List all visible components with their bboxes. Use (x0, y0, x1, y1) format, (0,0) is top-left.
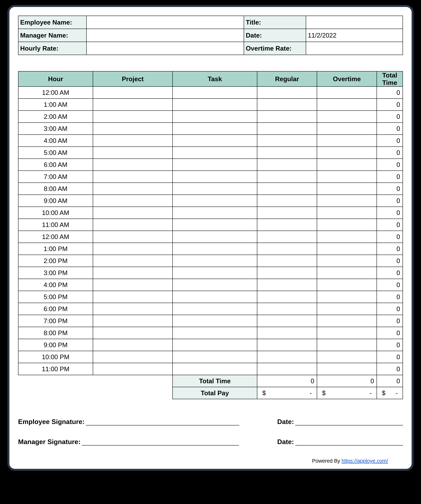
task-cell[interactable] (173, 87, 257, 99)
regular-cell[interactable] (257, 363, 317, 375)
overtime-cell[interactable] (317, 207, 377, 219)
overtime-cell[interactable] (317, 363, 377, 375)
overtime-cell[interactable] (317, 291, 377, 303)
project-cell[interactable] (93, 147, 173, 159)
project-cell[interactable] (93, 219, 173, 231)
task-cell[interactable] (173, 255, 257, 267)
project-cell[interactable] (93, 111, 173, 123)
overtime-cell[interactable] (317, 99, 377, 111)
project-cell[interactable] (93, 363, 173, 375)
footer-link[interactable]: https://apploye.com/ (342, 458, 388, 464)
overtime-cell[interactable] (317, 147, 377, 159)
project-cell[interactable] (93, 123, 173, 135)
overtime-cell[interactable] (317, 135, 377, 147)
task-cell[interactable] (173, 315, 257, 327)
task-cell[interactable] (173, 327, 257, 339)
regular-cell[interactable] (257, 195, 317, 207)
task-cell[interactable] (173, 339, 257, 351)
overtime-cell[interactable] (317, 267, 377, 279)
overtime-cell[interactable] (317, 219, 377, 231)
project-cell[interactable] (93, 243, 173, 255)
project-cell[interactable] (93, 99, 173, 111)
regular-cell[interactable] (257, 183, 317, 195)
task-cell[interactable] (173, 351, 257, 363)
overtime-cell[interactable] (317, 351, 377, 363)
regular-cell[interactable] (257, 291, 317, 303)
overtime-cell[interactable] (317, 315, 377, 327)
overtime-cell[interactable] (317, 339, 377, 351)
employee-date-line[interactable] (295, 419, 403, 426)
task-cell[interactable] (173, 231, 257, 243)
overtime-cell[interactable] (317, 159, 377, 171)
task-cell[interactable] (173, 243, 257, 255)
project-cell[interactable] (93, 351, 173, 363)
task-cell[interactable] (173, 183, 257, 195)
task-cell[interactable] (173, 303, 257, 315)
regular-cell[interactable] (257, 303, 317, 315)
overtime-cell[interactable] (317, 111, 377, 123)
project-cell[interactable] (93, 159, 173, 171)
regular-cell[interactable] (257, 123, 317, 135)
date-field[interactable]: 11/2/2022 (306, 29, 403, 42)
overtime-cell[interactable] (317, 183, 377, 195)
regular-cell[interactable] (257, 327, 317, 339)
overtime-rate-field[interactable] (306, 42, 403, 55)
task-cell[interactable] (173, 147, 257, 159)
regular-cell[interactable] (257, 87, 317, 99)
project-cell[interactable] (93, 135, 173, 147)
task-cell[interactable] (173, 111, 257, 123)
task-cell[interactable] (173, 363, 257, 375)
task-cell[interactable] (173, 135, 257, 147)
task-cell[interactable] (173, 267, 257, 279)
task-cell[interactable] (173, 123, 257, 135)
hourly-rate-field[interactable] (87, 42, 244, 55)
overtime-cell[interactable] (317, 123, 377, 135)
project-cell[interactable] (93, 327, 173, 339)
regular-cell[interactable] (257, 267, 317, 279)
overtime-cell[interactable] (317, 231, 377, 243)
overtime-cell[interactable] (317, 243, 377, 255)
regular-cell[interactable] (257, 255, 317, 267)
regular-cell[interactable] (257, 171, 317, 183)
regular-cell[interactable] (257, 111, 317, 123)
regular-cell[interactable] (257, 231, 317, 243)
project-cell[interactable] (93, 339, 173, 351)
regular-cell[interactable] (257, 159, 317, 171)
task-cell[interactable] (173, 195, 257, 207)
employee-signature-line[interactable] (86, 419, 239, 426)
project-cell[interactable] (93, 315, 173, 327)
regular-cell[interactable] (257, 339, 317, 351)
task-cell[interactable] (173, 159, 257, 171)
task-cell[interactable] (173, 279, 257, 291)
regular-cell[interactable] (257, 219, 317, 231)
task-cell[interactable] (173, 219, 257, 231)
regular-cell[interactable] (257, 135, 317, 147)
manager-name-field[interactable] (87, 29, 244, 42)
task-cell[interactable] (173, 99, 257, 111)
title-field[interactable] (306, 16, 403, 29)
regular-cell[interactable] (257, 279, 317, 291)
project-cell[interactable] (93, 291, 173, 303)
project-cell[interactable] (93, 231, 173, 243)
overtime-cell[interactable] (317, 87, 377, 99)
overtime-cell[interactable] (317, 327, 377, 339)
regular-cell[interactable] (257, 315, 317, 327)
manager-signature-line[interactable] (82, 439, 239, 445)
project-cell[interactable] (93, 87, 173, 99)
project-cell[interactable] (93, 303, 173, 315)
task-cell[interactable] (173, 207, 257, 219)
project-cell[interactable] (93, 195, 173, 207)
manager-date-line[interactable] (295, 439, 403, 445)
project-cell[interactable] (93, 255, 173, 267)
regular-cell[interactable] (257, 147, 317, 159)
project-cell[interactable] (93, 207, 173, 219)
project-cell[interactable] (93, 267, 173, 279)
project-cell[interactable] (93, 183, 173, 195)
regular-cell[interactable] (257, 243, 317, 255)
overtime-cell[interactable] (317, 279, 377, 291)
regular-cell[interactable] (257, 207, 317, 219)
regular-cell[interactable] (257, 99, 317, 111)
employee-name-field[interactable] (87, 16, 244, 29)
project-cell[interactable] (93, 279, 173, 291)
overtime-cell[interactable] (317, 255, 377, 267)
